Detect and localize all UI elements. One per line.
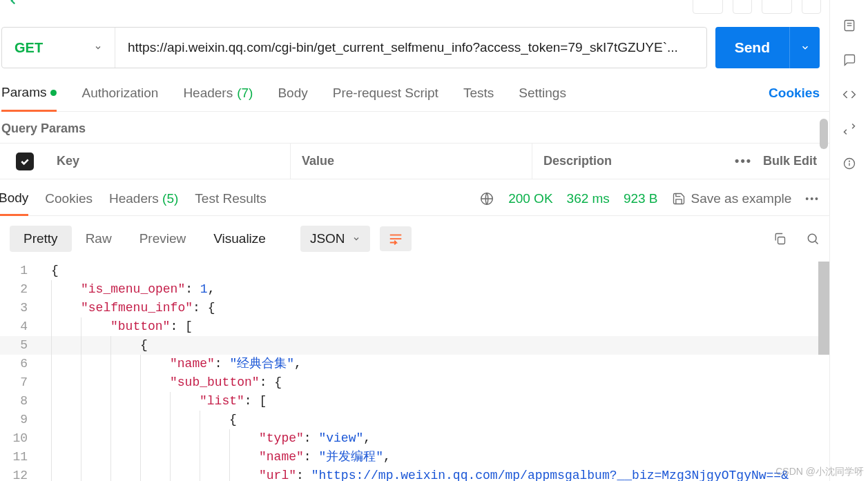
key-column-header: Key xyxy=(50,154,290,168)
send-dropdown-button[interactable] xyxy=(789,27,820,68)
http-method-label: GET xyxy=(15,40,43,56)
code-content: "url": "https://mp.weixin.qq.com/mp/appm… xyxy=(39,467,789,481)
line-number: 8 xyxy=(0,392,39,411)
tab-label: Headers xyxy=(109,191,159,206)
info-icon[interactable] xyxy=(842,156,857,171)
ghost-button[interactable] xyxy=(802,0,821,14)
scrollbar-thumb[interactable] xyxy=(818,262,829,355)
code-content: "type": "view", xyxy=(39,429,371,448)
code-content: "list": [ xyxy=(39,392,267,411)
response-time: 362 ms xyxy=(567,191,610,206)
network-icon[interactable] xyxy=(479,191,494,206)
code-content: "is_menu_open": 1, xyxy=(39,280,215,299)
format-select[interactable]: JSON xyxy=(300,226,370,252)
format-label: JSON xyxy=(310,231,345,246)
http-method-select[interactable]: GET xyxy=(2,28,115,68)
line-number: 11 xyxy=(0,448,39,467)
view-visualize[interactable]: Visualize xyxy=(200,226,280,252)
code-line: 2"is_menu_open": 1, xyxy=(0,280,829,299)
line-number: 9 xyxy=(0,411,39,429)
comments-icon[interactable] xyxy=(842,52,857,68)
ghost-button[interactable] xyxy=(693,0,723,14)
code-line: 8"list": [ xyxy=(0,392,829,411)
response-body-code[interactable]: 1{2"is_menu_open": 1,3"selfmenu_info": {… xyxy=(0,262,829,481)
ghost-button[interactable] xyxy=(762,0,792,14)
response-more-icon[interactable]: ••• xyxy=(805,193,820,204)
code-line: 5{ xyxy=(0,336,829,355)
line-number: 10 xyxy=(0,429,39,448)
view-preview[interactable]: Preview xyxy=(126,226,200,252)
code-icon[interactable] xyxy=(842,87,857,102)
code-line: 1{ xyxy=(0,262,829,280)
select-all-checkbox[interactable] xyxy=(16,153,34,170)
send-button-group: Send xyxy=(715,27,820,68)
back-arrow-icon[interactable] xyxy=(7,0,19,7)
params-indicator-dot xyxy=(50,90,57,96)
send-button[interactable]: Send xyxy=(715,27,789,68)
code-content: "button": [ xyxy=(39,317,193,336)
tab-settings[interactable]: Settings xyxy=(519,86,566,110)
url-input[interactable]: https://api.weixin.qq.com/cgi-bin/get_cu… xyxy=(115,28,706,68)
resp-headers-count: (5) xyxy=(162,191,178,206)
line-wrap-button[interactable] xyxy=(380,226,412,251)
status-code: 200 OK xyxy=(508,191,552,206)
request-tabs: Params Authorization Headers (7) Body Pr… xyxy=(0,68,829,112)
search-icon[interactable] xyxy=(806,232,820,246)
code-content: { xyxy=(39,336,148,355)
header-actions: ••• Bulk Edit xyxy=(711,154,829,168)
line-number: 4 xyxy=(0,317,39,336)
code-content: "selfmenu_info": { xyxy=(39,299,215,317)
tab-body[interactable]: Body xyxy=(278,86,307,110)
method-url-group: GET https://api.weixin.qq.com/cgi-bin/ge… xyxy=(1,27,707,68)
query-params-header-row: Key Value Description ••• Bulk Edit xyxy=(0,144,829,179)
code-line: 9{ xyxy=(0,411,829,429)
code-line: 7"sub_button": { xyxy=(0,373,829,392)
code-content: "name": "并发编程", xyxy=(39,448,391,467)
svg-point-4 xyxy=(808,234,816,242)
save-as-example-button[interactable]: Save as example xyxy=(672,191,792,206)
svg-point-11 xyxy=(849,161,849,161)
resp-tab-test-results[interactable]: Test Results xyxy=(195,191,266,215)
bulk-edit-button[interactable]: Bulk Edit xyxy=(763,154,817,168)
outer-scrollbar-thumb[interactable] xyxy=(820,119,828,149)
line-number: 2 xyxy=(0,280,39,299)
tab-params[interactable]: Params xyxy=(1,85,57,112)
svg-rect-3 xyxy=(778,237,785,244)
cookies-link[interactable]: Cookies xyxy=(769,86,820,110)
tab-label: Headers xyxy=(183,86,233,101)
description-column-header: Description xyxy=(532,144,711,179)
code-content: "name": "经典合集", xyxy=(39,355,302,373)
ghost-button[interactable] xyxy=(733,0,752,14)
code-line: 3"selfmenu_info": { xyxy=(0,299,829,317)
chevron-down-icon xyxy=(94,43,102,52)
line-number: 7 xyxy=(0,373,39,392)
copy-icon[interactable] xyxy=(773,232,787,246)
query-params-title: Query Params xyxy=(0,112,829,143)
resp-tab-headers[interactable]: Headers (5) xyxy=(109,191,178,215)
select-all-cell xyxy=(0,153,50,170)
view-raw[interactable]: Raw xyxy=(72,226,126,252)
chevron-down-icon xyxy=(352,235,360,243)
body-view-controls: Pretty Raw Preview Visualize JSON xyxy=(0,216,829,262)
tab-prerequest[interactable]: Pre-request Script xyxy=(333,86,438,110)
tab-headers[interactable]: Headers (7) xyxy=(183,86,253,110)
resp-tab-body[interactable]: Body xyxy=(0,190,28,216)
top-button-group xyxy=(693,0,821,14)
tab-tests[interactable]: Tests xyxy=(463,86,494,110)
documentation-icon[interactable] xyxy=(842,18,857,33)
code-line: 11"name": "并发编程", xyxy=(0,448,829,467)
body-view-tabs: Pretty Raw Preview Visualize xyxy=(10,226,280,252)
related-icon[interactable] xyxy=(842,121,857,137)
tab-label: Params xyxy=(1,85,46,100)
resp-tab-cookies[interactable]: Cookies xyxy=(45,191,93,215)
code-content: { xyxy=(39,262,59,280)
view-pretty[interactable]: Pretty xyxy=(10,226,72,252)
more-options-icon[interactable]: ••• xyxy=(735,154,752,168)
tab-authorization[interactable]: Authorization xyxy=(81,86,158,110)
svg-line-5 xyxy=(816,242,818,244)
url-text: https://api.weixin.qq.com/cgi-bin/get_cu… xyxy=(128,40,678,55)
line-number: 5 xyxy=(0,336,39,355)
line-number: 3 xyxy=(0,299,39,317)
line-number: 12 xyxy=(0,467,39,481)
response-size: 923 B xyxy=(624,191,658,206)
